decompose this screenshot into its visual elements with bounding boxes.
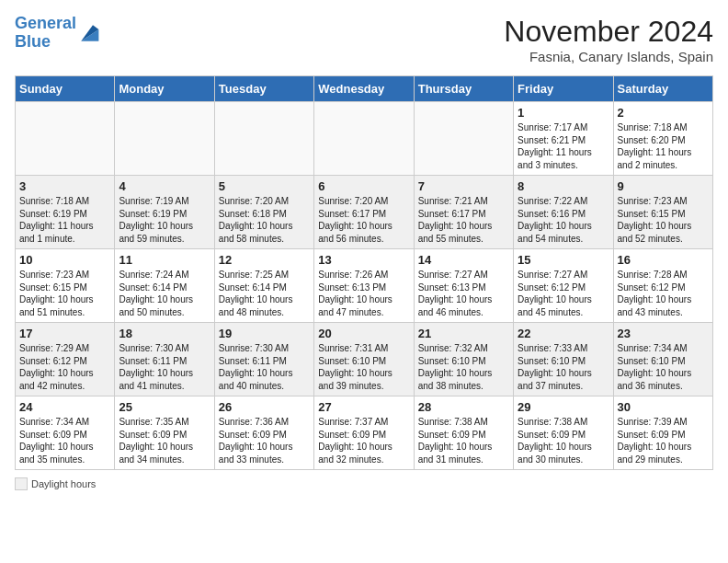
table-row: 24 Sunrise: 7:34 AM Sunset: 6:09 PM Dayl… [16,396,115,470]
header: GeneralBlue November 2024 Fasnia, Canary… [15,15,713,64]
table-row: 16 Sunrise: 7:28 AM Sunset: 6:12 PM Dayl… [613,249,712,323]
day-info: Sunrise: 7:21 AM Sunset: 6:17 PM Dayligh… [418,195,509,245]
table-row: 3 Sunrise: 7:18 AM Sunset: 6:19 PM Dayli… [16,176,115,249]
day-info: Sunrise: 7:28 AM Sunset: 6:12 PM Dayligh… [618,269,709,318]
legend: Daylight hours [15,477,713,490]
header-tuesday: Tuesday [214,76,313,102]
day-number: 12 [219,253,310,267]
day-number: 13 [318,253,409,267]
table-row: 26 Sunrise: 7:36 AM Sunset: 6:09 PM Dayl… [214,396,313,470]
day-info: Sunrise: 7:27 AM Sunset: 6:13 PM Dayligh… [418,269,509,318]
logo-icon [78,22,100,44]
table-row: 21 Sunrise: 7:32 AM Sunset: 6:10 PM Dayl… [414,323,513,396]
table-row: 30 Sunrise: 7:39 AM Sunset: 6:09 PM Dayl… [613,396,712,470]
table-row: 28 Sunrise: 7:38 AM Sunset: 6:09 PM Dayl… [414,396,513,470]
month-title: November 2024 [504,15,713,49]
day-number: 10 [19,253,110,267]
day-number: 17 [19,327,110,340]
header-monday: Monday [115,76,214,102]
day-number: 29 [518,400,609,414]
table-row: 14 Sunrise: 7:27 AM Sunset: 6:13 PM Dayl… [414,249,513,323]
table-row: 17 Sunrise: 7:29 AM Sunset: 6:12 PM Dayl… [16,323,115,396]
day-info: Sunrise: 7:36 AM Sunset: 6:09 PM Dayligh… [219,416,310,465]
location-title: Fasnia, Canary Islands, Spain [504,49,713,64]
title-area: November 2024 Fasnia, Canary Islands, Sp… [504,15,713,64]
day-number: 23 [618,327,709,340]
day-number: 19 [219,327,310,340]
header-thursday: Thursday [414,76,513,102]
calendar-table: Sunday Monday Tuesday Wednesday Thursday… [15,75,713,470]
calendar-row: 3 Sunrise: 7:18 AM Sunset: 6:19 PM Dayli… [16,176,713,249]
daylight-label: Daylight hours [31,478,96,489]
day-number: 1 [518,106,609,120]
day-info: Sunrise: 7:35 AM Sunset: 6:09 PM Dayligh… [119,416,210,465]
table-row: 9 Sunrise: 7:23 AM Sunset: 6:15 PM Dayli… [613,176,712,249]
table-row: 23 Sunrise: 7:34 AM Sunset: 6:10 PM Dayl… [613,323,712,396]
table-row: 5 Sunrise: 7:20 AM Sunset: 6:18 PM Dayli… [214,176,313,249]
day-number: 26 [219,400,310,414]
day-info: Sunrise: 7:27 AM Sunset: 6:12 PM Dayligh… [518,269,609,318]
table-row: 25 Sunrise: 7:35 AM Sunset: 6:09 PM Dayl… [115,396,214,470]
table-row: 29 Sunrise: 7:38 AM Sunset: 6:09 PM Dayl… [514,396,613,470]
day-number: 21 [418,327,509,340]
day-number: 20 [318,327,409,340]
calendar-row: 24 Sunrise: 7:34 AM Sunset: 6:09 PM Dayl… [16,396,713,470]
logo-text: GeneralBlue [15,15,76,52]
day-number: 3 [19,179,110,193]
legend-shaded-box [15,477,28,490]
day-info: Sunrise: 7:25 AM Sunset: 6:14 PM Dayligh… [219,269,310,318]
day-number: 22 [518,327,609,340]
table-row [414,102,513,176]
table-row: 7 Sunrise: 7:21 AM Sunset: 6:17 PM Dayli… [414,176,513,249]
table-row: 1 Sunrise: 7:17 AM Sunset: 6:21 PM Dayli… [514,102,613,176]
day-info: Sunrise: 7:30 AM Sunset: 6:11 PM Dayligh… [219,342,310,392]
table-row: 20 Sunrise: 7:31 AM Sunset: 6:10 PM Dayl… [314,323,414,396]
day-info: Sunrise: 7:23 AM Sunset: 6:15 PM Dayligh… [618,195,709,245]
table-row: 10 Sunrise: 7:23 AM Sunset: 6:15 PM Dayl… [16,249,115,323]
table-row: 11 Sunrise: 7:24 AM Sunset: 6:14 PM Dayl… [115,249,214,323]
calendar-row: 10 Sunrise: 7:23 AM Sunset: 6:15 PM Dayl… [16,249,713,323]
day-info: Sunrise: 7:38 AM Sunset: 6:09 PM Dayligh… [418,416,509,465]
day-number: 14 [418,253,509,267]
day-number: 15 [518,253,609,267]
table-row [16,102,115,176]
day-number: 11 [119,253,210,267]
day-number: 8 [518,179,609,193]
day-number: 27 [318,400,409,414]
day-info: Sunrise: 7:37 AM Sunset: 6:09 PM Dayligh… [318,416,409,465]
day-info: Sunrise: 7:24 AM Sunset: 6:14 PM Dayligh… [119,269,210,318]
logo: GeneralBlue [15,15,100,52]
table-row: 2 Sunrise: 7:18 AM Sunset: 6:20 PM Dayli… [613,102,712,176]
day-number: 7 [418,179,509,193]
day-info: Sunrise: 7:17 AM Sunset: 6:21 PM Dayligh… [518,121,609,171]
day-number: 6 [318,179,409,193]
table-row: 19 Sunrise: 7:30 AM Sunset: 6:11 PM Dayl… [214,323,313,396]
header-saturday: Saturday [613,76,712,102]
table-row: 15 Sunrise: 7:27 AM Sunset: 6:12 PM Dayl… [514,249,613,323]
day-number: 9 [618,179,709,193]
table-row: 4 Sunrise: 7:19 AM Sunset: 6:19 PM Dayli… [115,176,214,249]
day-info: Sunrise: 7:38 AM Sunset: 6:09 PM Dayligh… [518,416,609,465]
day-info: Sunrise: 7:34 AM Sunset: 6:09 PM Dayligh… [19,416,110,465]
day-info: Sunrise: 7:22 AM Sunset: 6:16 PM Dayligh… [518,195,609,245]
day-info: Sunrise: 7:33 AM Sunset: 6:10 PM Dayligh… [518,342,609,392]
day-info: Sunrise: 7:31 AM Sunset: 6:10 PM Dayligh… [318,342,409,392]
day-info: Sunrise: 7:32 AM Sunset: 6:10 PM Dayligh… [418,342,509,392]
day-info: Sunrise: 7:34 AM Sunset: 6:10 PM Dayligh… [618,342,709,392]
day-number: 30 [618,400,709,414]
day-number: 24 [19,400,110,414]
day-info: Sunrise: 7:23 AM Sunset: 6:15 PM Dayligh… [19,269,110,318]
table-row: 12 Sunrise: 7:25 AM Sunset: 6:14 PM Dayl… [214,249,313,323]
table-row: 18 Sunrise: 7:30 AM Sunset: 6:11 PM Dayl… [115,323,214,396]
day-number: 4 [119,179,210,193]
day-info: Sunrise: 7:18 AM Sunset: 6:19 PM Dayligh… [19,195,110,245]
header-sunday: Sunday [16,76,115,102]
day-number: 16 [618,253,709,267]
day-number: 5 [219,179,310,193]
table-row: 22 Sunrise: 7:33 AM Sunset: 6:10 PM Dayl… [514,323,613,396]
day-info: Sunrise: 7:19 AM Sunset: 6:19 PM Dayligh… [119,195,210,245]
table-row: 27 Sunrise: 7:37 AM Sunset: 6:09 PM Dayl… [314,396,414,470]
day-info: Sunrise: 7:29 AM Sunset: 6:12 PM Dayligh… [19,342,110,392]
table-row: 6 Sunrise: 7:20 AM Sunset: 6:17 PM Dayli… [314,176,414,249]
day-info: Sunrise: 7:26 AM Sunset: 6:13 PM Dayligh… [318,269,409,318]
